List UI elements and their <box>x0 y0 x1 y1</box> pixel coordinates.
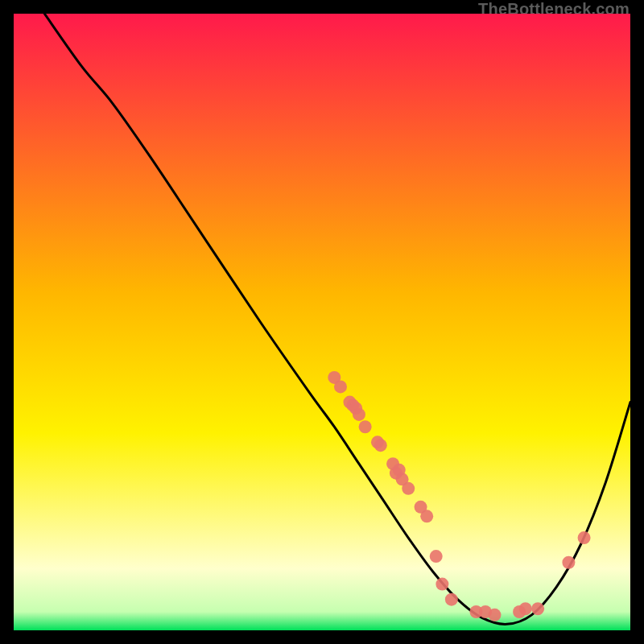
marker-point <box>578 531 591 544</box>
marker-point <box>420 510 433 522</box>
marker-point <box>374 439 387 452</box>
gradient-background <box>14 14 630 630</box>
marker-point <box>359 420 372 433</box>
marker-point <box>519 602 532 615</box>
marker-point <box>430 550 443 563</box>
plot-frame <box>14 14 630 630</box>
marker-point <box>531 602 544 615</box>
chart-svg <box>14 14 630 630</box>
marker-point <box>488 609 501 621</box>
marker-point <box>402 482 415 495</box>
marker-point <box>445 593 458 606</box>
marker-point <box>334 380 347 393</box>
marker-point <box>562 556 575 569</box>
marker-point <box>436 578 448 591</box>
marker-point <box>353 408 365 421</box>
chart-stage: TheBottleneck.com <box>0 0 644 644</box>
